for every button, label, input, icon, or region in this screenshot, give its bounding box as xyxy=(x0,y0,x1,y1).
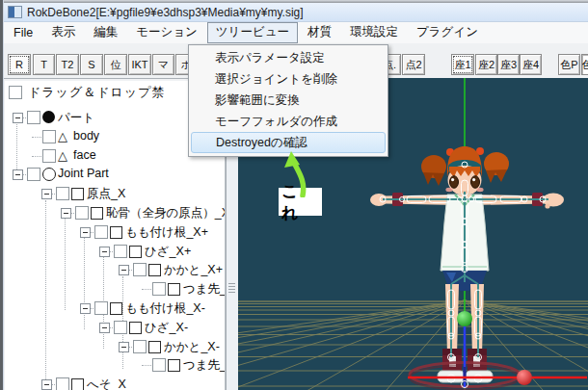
tree-row[interactable]: Joint Part xyxy=(5,165,225,183)
toolbar-button-T[interactable]: T xyxy=(33,54,55,75)
window-title: RokDeBone2[E:¥pgfile9¥e3dhsp3¥Media¥my¥m… xyxy=(27,6,304,19)
toolbar-button-色ト[interactable]: 色ト xyxy=(581,54,588,75)
expander-minus-icon[interactable] xyxy=(13,113,23,123)
toolbar-button-座2[interactable]: 座2 xyxy=(475,54,497,75)
tree-checkbox[interactable] xyxy=(42,130,56,143)
tree-row[interactable]: かかと_X+ xyxy=(5,260,225,278)
annotation-arrow xyxy=(278,151,322,197)
tree-checkbox[interactable] xyxy=(114,321,127,334)
tree-label: 恥骨（全身の原点）_X xyxy=(106,205,226,221)
square-icon xyxy=(148,264,161,276)
dropdown-item[interactable]: 選択ジョイントを削除 xyxy=(189,68,388,90)
expander-minus-icon[interactable] xyxy=(80,303,91,314)
toolbar-button-マ[interactable]: マ xyxy=(152,54,174,75)
tree-label: パート xyxy=(58,110,94,126)
tree-row[interactable]: ひざ_X+ xyxy=(5,242,225,260)
expander-minus-icon[interactable] xyxy=(99,247,110,257)
expander-minus-icon[interactable] xyxy=(80,227,91,238)
toolbar-button-位[interactable]: 位 xyxy=(104,54,127,75)
expander-minus-icon[interactable] xyxy=(13,169,23,180)
drag-drop-label: ドラッグ＆ドロップ禁 xyxy=(28,84,165,101)
tree-row[interactable]: つま先_ xyxy=(5,279,225,298)
toolbar-button-点2[interactable]: 点2 xyxy=(402,54,425,75)
square-icon xyxy=(110,302,122,315)
window-frame-left xyxy=(0,0,4,390)
tree-row[interactable]: 恥骨（全身の原点）_X xyxy=(5,203,225,221)
tree-checkbox[interactable] xyxy=(152,282,166,296)
tree-checkbox[interactable] xyxy=(27,168,40,181)
triangle-icon: △ xyxy=(58,127,67,145)
square-icon xyxy=(110,226,122,239)
app-icon xyxy=(8,6,22,18)
menu-item-編集[interactable]: 編集 xyxy=(85,22,126,43)
tree-row[interactable]: かかと_X- xyxy=(5,337,225,355)
tree-row[interactable]: ひざ_X- xyxy=(5,318,225,336)
toolbar-button-色P[interactable]: 色P xyxy=(558,54,580,75)
toolbar-button-S[interactable]: S xyxy=(80,54,103,75)
menu-item-表示[interactable]: 表示 xyxy=(42,22,84,43)
title-bar[interactable]: RokDeBone2[E:¥pgfile9¥e3dhsp3¥Media¥my¥m… xyxy=(4,3,588,22)
menu-item-モーション[interactable]: モーション xyxy=(127,22,206,43)
dropdown-item[interactable]: モーフフォルダの作成 xyxy=(189,111,388,132)
tree-checkbox[interactable] xyxy=(42,149,56,163)
tree-row[interactable]: へそ_X xyxy=(5,375,225,390)
toolbar-button-R[interactable]: R xyxy=(8,54,31,75)
expander-minus-icon[interactable] xyxy=(41,379,52,390)
tree-label: かかと_X+ xyxy=(164,262,223,278)
tree-checkbox[interactable] xyxy=(56,377,69,390)
tree-checkbox[interactable] xyxy=(94,225,108,239)
square-icon xyxy=(71,378,84,390)
toolbar-button-座1[interactable]: 座1 xyxy=(451,54,474,75)
tree-label: つま先_ xyxy=(183,357,226,374)
toolbar-button-IKT[interactable]: IKT xyxy=(128,54,151,75)
menu-item-File[interactable]: File xyxy=(5,24,41,42)
character-model xyxy=(370,146,564,382)
dropdown-item[interactable]: Destroyedの確認 xyxy=(191,132,386,153)
tree-checkbox[interactable] xyxy=(133,263,147,276)
menu-item-環境設定[interactable]: 環境設定 xyxy=(341,22,407,43)
square-icon xyxy=(71,188,84,200)
tree-checkbox[interactable] xyxy=(133,340,147,353)
menu-item-材質[interactable]: 材質 xyxy=(299,22,340,43)
menu-item-プラグイン[interactable]: プラグイン xyxy=(408,22,487,43)
expander-minus-icon[interactable] xyxy=(61,208,71,219)
tree-checkbox[interactable] xyxy=(75,206,89,220)
expander-minus-icon[interactable] xyxy=(99,323,110,333)
toolbar-button-T2[interactable]: T2 xyxy=(56,54,79,75)
tree-label: face xyxy=(73,148,96,162)
red-handle-sphere xyxy=(517,370,532,385)
tree-row[interactable]: 原点_X xyxy=(5,184,225,202)
tree-checkbox[interactable] xyxy=(152,358,166,372)
tree-label: body xyxy=(73,129,99,143)
tree-label: かかと_X- xyxy=(164,339,220,355)
expander-minus-icon[interactable] xyxy=(119,265,129,275)
square-icon xyxy=(148,341,161,353)
tree-row[interactable]: もも付け根_X+ xyxy=(5,222,225,241)
square-icon xyxy=(129,246,142,258)
expander-minus-icon[interactable] xyxy=(41,189,52,199)
tree-checkbox[interactable] xyxy=(27,111,40,124)
toolbar-button-座3[interactable]: 座3 xyxy=(497,54,520,75)
dropdown-item[interactable]: 表示パラメータ設定 xyxy=(189,47,388,68)
filled-circle-icon xyxy=(42,111,55,123)
green-handle-sphere xyxy=(457,311,472,326)
tree-label: もも付け根_X- xyxy=(125,300,205,317)
menu-bar: File表示編集モーションツリービュー材質環境設定プラグイン xyxy=(4,22,588,44)
tree-row[interactable]: つま先_ xyxy=(5,355,225,374)
tree-row[interactable]: もも付け根_X- xyxy=(5,299,225,317)
square-icon xyxy=(129,322,142,334)
splitter-grip-icon xyxy=(228,283,235,293)
tree-checkbox[interactable] xyxy=(114,245,127,258)
expander-minus-icon[interactable] xyxy=(119,342,129,352)
dropdown-item[interactable]: 影響範囲に変換 xyxy=(189,90,388,111)
tree-checkbox[interactable] xyxy=(56,187,69,200)
tree-checkbox[interactable] xyxy=(94,301,108,315)
toolbar-button-座4[interactable]: 座4 xyxy=(520,54,542,75)
drag-drop-checkbox[interactable] xyxy=(9,86,22,99)
menu-item-ツリービュー[interactable]: ツリービュー xyxy=(207,22,298,43)
square-icon xyxy=(91,207,103,220)
tree-label: ひざ_X- xyxy=(145,320,188,336)
square-icon xyxy=(168,283,180,296)
window-frame-top xyxy=(0,0,588,3)
tree-label: もも付け根_X+ xyxy=(125,224,208,241)
